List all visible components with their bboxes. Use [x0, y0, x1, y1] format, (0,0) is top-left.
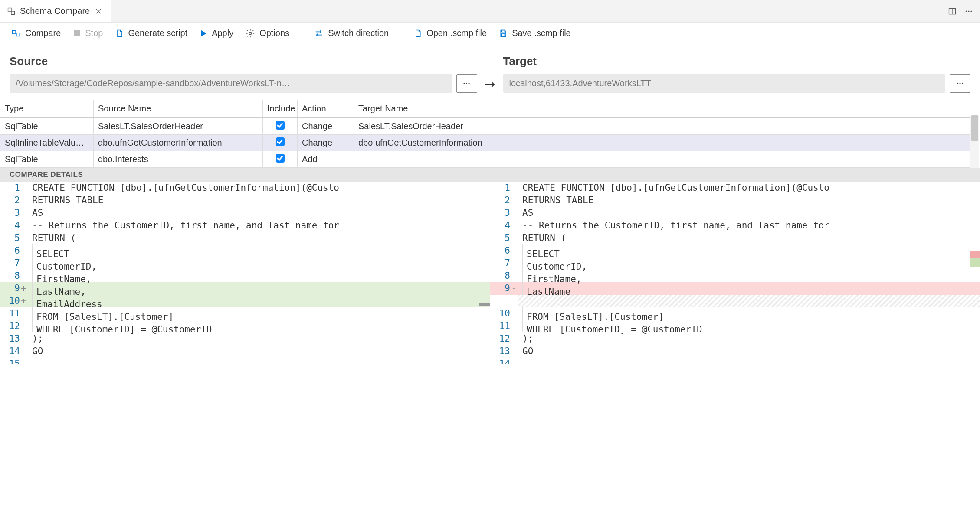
code-text: WHERE [CustomerID] = @CustomerID	[518, 320, 980, 332]
tab-title: Schema Compare	[20, 6, 90, 16]
diff-line[interactable]: 3AS	[490, 207, 980, 219]
diff-spacer-line[interactable]	[490, 295, 980, 307]
diff-line[interactable]: 5RETURN (	[490, 232, 980, 244]
diff-line[interactable]: 15	[0, 358, 490, 364]
diff-line[interactable]: 9-LastName	[490, 282, 980, 295]
close-icon[interactable]	[94, 7, 103, 16]
svg-rect-7	[13, 30, 16, 33]
diff-line[interactable]: 8FirstName,	[490, 270, 980, 282]
generate-script-label: Generate script	[128, 28, 187, 38]
line-number: 14	[490, 358, 518, 364]
diff-target-pane[interactable]: 1CREATE FUNCTION [dbo].[ufnGetCustomerIn…	[490, 182, 980, 364]
target-input[interactable]: localhost,61433.AdventureWorksLTT	[503, 74, 946, 93]
code-text: AS	[518, 207, 980, 219]
more-icon[interactable]	[964, 7, 973, 16]
toolbar: Compare Stop Generate script Apply Optio…	[0, 23, 980, 44]
col-include[interactable]: Include	[263, 100, 298, 118]
col-target-name[interactable]: Target Name	[354, 100, 970, 118]
diff-line[interactable]: 1CREATE FUNCTION [dbo].[ufnGetCustomerIn…	[0, 182, 490, 194]
scrollbar-thumb[interactable]	[971, 115, 978, 141]
stop-icon	[73, 29, 81, 37]
line-number: 9-	[490, 282, 518, 295]
source-browse-button[interactable]: ···	[456, 74, 477, 93]
line-number: 1	[490, 182, 518, 194]
code-text	[518, 358, 980, 364]
diff-line[interactable]: 6SELECT	[490, 244, 980, 257]
diff-line[interactable]: 2RETURNS TABLE	[490, 194, 980, 207]
code-text: CREATE FUNCTION [dbo].[ufnGetCustomerInf…	[518, 182, 980, 194]
diff-line[interactable]: 12);	[490, 332, 980, 345]
diff-line[interactable]: 14	[490, 358, 980, 364]
diff-line[interactable]: 13GO	[490, 345, 980, 358]
line-number: 5	[0, 232, 28, 244]
diff-line[interactable]: 4-- Returns the CustomerID, first name, …	[0, 219, 490, 232]
compare-label: Compare	[25, 28, 61, 38]
col-source-name[interactable]: Source Name	[94, 100, 263, 118]
diff-line[interactable]: 3AS	[0, 207, 490, 219]
diff-line[interactable]: 10+EmailAddress	[0, 295, 490, 307]
switch-direction-button[interactable]: Switch direction	[310, 26, 393, 40]
play-icon	[200, 29, 207, 37]
svg-rect-9	[74, 30, 80, 36]
compare-button[interactable]: Compare	[7, 26, 65, 40]
tab-schema-compare[interactable]: Schema Compare	[0, 0, 111, 22]
table-row[interactable]: SqlTabledbo.InterestsAdd	[0, 151, 970, 168]
diff-minimap[interactable]	[970, 182, 980, 364]
options-button[interactable]: Options	[241, 26, 294, 40]
table-row[interactable]: SqlTableSalesLT.SalesOrderHeaderChangeSa…	[0, 118, 970, 135]
cell-include[interactable]	[263, 151, 298, 168]
code-text: CustomerID,	[518, 257, 980, 270]
diff-line[interactable]: 7CustomerID,	[490, 257, 980, 270]
col-type[interactable]: Type	[0, 100, 94, 118]
line-number: 12	[490, 332, 518, 345]
diff-line[interactable]: 2RETURNS TABLE	[0, 194, 490, 207]
split-editor-icon[interactable]	[948, 7, 957, 16]
cell-include[interactable]	[263, 118, 298, 135]
target-browse-button[interactable]: ···	[950, 74, 970, 93]
save-scmp-label: Save .scmp file	[512, 28, 571, 38]
source-label: Source	[10, 55, 477, 68]
save-scmp-button[interactable]: Save .scmp file	[495, 26, 575, 40]
diff-line[interactable]: 9+LastName,	[0, 282, 490, 295]
diff-line[interactable]: 4-- Returns the CustomerID, first name, …	[490, 219, 980, 232]
code-text: EmailAddress	[28, 295, 490, 307]
source-input[interactable]: /Volumes/Storage/CodeRepos/sample-sandbo…	[10, 74, 452, 93]
diff-line[interactable]: 5RETURN (	[0, 232, 490, 244]
diff-line[interactable]: 8FirstName,	[0, 270, 490, 282]
toolbar-separator	[302, 28, 302, 39]
schema-compare-icon	[7, 7, 16, 16]
diff-line[interactable]: 11FROM [SalesLT].[Customer]	[0, 307, 490, 320]
line-number: 8	[0, 270, 28, 282]
table-row[interactable]: SqlInlineTableValuedFu…dbo.ufnGetCustome…	[0, 135, 970, 151]
diff-source-pane[interactable]: 1CREATE FUNCTION [dbo].[ufnGetCustomerIn…	[0, 182, 490, 364]
code-text: FROM [SalesLT].[Customer]	[518, 307, 980, 320]
results-header-row: Type Source Name Include Action Target N…	[0, 100, 970, 118]
generate-script-button[interactable]: Generate script	[111, 26, 192, 40]
checkbox-icon[interactable]	[276, 137, 285, 146]
diff-line[interactable]: 7CustomerID,	[0, 257, 490, 270]
line-number: 9+	[0, 282, 28, 295]
diff-line[interactable]: 1CREATE FUNCTION [dbo].[ufnGetCustomerIn…	[490, 182, 980, 194]
cell-action: Change	[298, 135, 354, 151]
code-text: LastName,	[28, 282, 490, 295]
diff-line[interactable]: 10FROM [SalesLT].[Customer]	[490, 307, 980, 320]
compare-details-header: COMPARE DETAILS	[0, 168, 980, 182]
line-number: 7	[0, 257, 28, 270]
diff-line[interactable]: 6SELECT	[0, 244, 490, 257]
diff-line[interactable]: 11WHERE [CustomerID] = @CustomerID	[490, 320, 980, 332]
line-number: 10	[490, 307, 518, 320]
diff-line[interactable]: 13);	[0, 332, 490, 345]
open-scmp-button[interactable]: Open .scmp file	[409, 26, 491, 40]
line-number: 2	[0, 194, 28, 207]
checkbox-icon[interactable]	[276, 154, 285, 163]
cell-type: SqlInlineTableValuedFu…	[0, 135, 94, 151]
diff-line[interactable]: 12WHERE [CustomerID] = @CustomerID	[0, 320, 490, 332]
results-scrollbar[interactable]	[970, 115, 979, 168]
code-text: -- Returns the CustomerID, first name, a…	[518, 219, 980, 232]
diff-line[interactable]: 14GO	[0, 345, 490, 358]
col-action[interactable]: Action	[298, 100, 354, 118]
apply-button[interactable]: Apply	[195, 26, 238, 40]
checkbox-icon[interactable]	[276, 121, 285, 130]
toolbar-separator	[401, 28, 401, 39]
cell-include[interactable]	[263, 135, 298, 151]
